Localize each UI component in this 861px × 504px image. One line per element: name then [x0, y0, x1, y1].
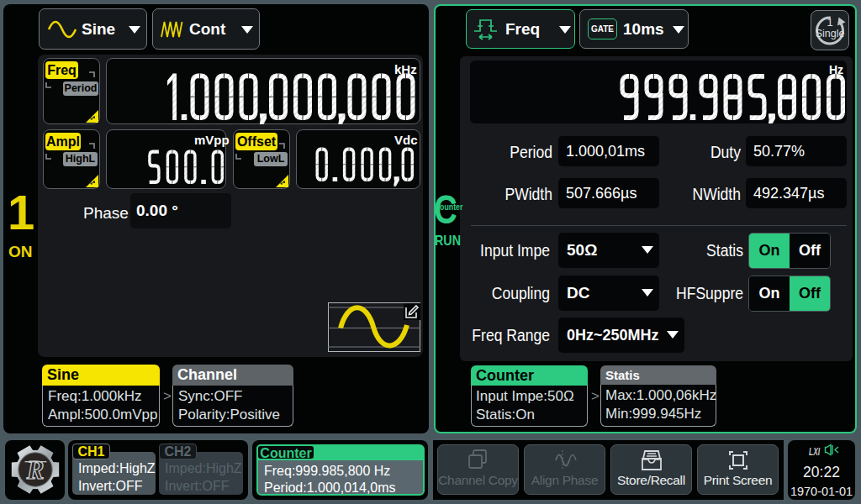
svg-text:R: R: [26, 455, 45, 485]
svg-text:Single: Single: [816, 28, 845, 39]
